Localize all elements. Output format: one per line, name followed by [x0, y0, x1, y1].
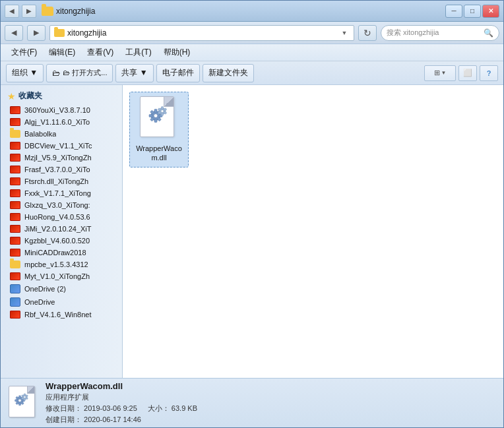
- sidebar-item-text-2: Balabolka: [24, 130, 56, 138]
- sidebar-item-icon-15: [10, 284, 20, 293]
- open-with-button[interactable]: 🗁 🗁 打开方式...: [46, 64, 113, 82]
- sidebar-item-6[interactable]: Ftsrch.dll_XiTongZh: [1, 175, 122, 187]
- sidebar-item-11[interactable]: Kgzbbl_V4.60.0.520: [1, 235, 122, 247]
- sidebar-item-text-12: MiniCADDraw2018: [24, 249, 86, 257]
- email-button[interactable]: 电子邮件: [156, 64, 200, 82]
- sidebar-item-7[interactable]: Fxxk_V1.7.1_XiTong: [1, 187, 122, 199]
- sidebar-item-text-6: Ftsrch.dll_XiTongZh: [24, 177, 88, 185]
- new-folder-button[interactable]: 新建文件夹: [203, 64, 254, 82]
- svg-rect-26: [15, 400, 18, 402]
- sidebar-item-text-11: Kgzbbl_V4.60.0.520: [24, 237, 90, 245]
- nav-back-btn[interactable]: ◀: [5, 5, 19, 18]
- sidebar-item-3[interactable]: DBCView_V1.1_XiTc: [1, 140, 122, 152]
- search-icon[interactable]: 🔍: [484, 28, 493, 38]
- sidebar-item-icon-7: [10, 189, 20, 197]
- close-button[interactable]: ✕: [482, 5, 499, 18]
- address-dropdown-icon[interactable]: ▼: [339, 30, 350, 36]
- address-folder-icon: [54, 29, 65, 37]
- menu-view[interactable]: 查看(V): [82, 46, 119, 59]
- sidebar-item-8[interactable]: Glxzq_V3.0_XiTong:: [1, 199, 122, 211]
- help-button[interactable]: ?: [480, 65, 498, 81]
- svg-rect-2: [154, 109, 157, 113]
- search-placeholder: 搜索 xitongzhijia: [387, 28, 481, 38]
- sidebar-item-text-15: OneDrive (2): [24, 285, 66, 293]
- svg-point-1: [154, 114, 158, 118]
- view-dropdown-icon[interactable]: ▼: [441, 70, 447, 76]
- nav-forward-btn[interactable]: ▶: [22, 5, 36, 18]
- sidebar-item-icon-10: [10, 225, 20, 233]
- sidebar-item-13[interactable]: mpcbe_v1.5.3.4312: [1, 259, 122, 270]
- sidebar-item-icon-9: [10, 213, 20, 221]
- sidebar-item-4[interactable]: MzjI_V5.9_XiTongZh: [1, 152, 122, 164]
- main-content: ★ 收藏夹 360YouXi_V3.8.7.10 Algj_V1.11.6.0_…: [1, 85, 503, 378]
- menu-edit[interactable]: 编辑(E): [44, 46, 80, 59]
- sidebar-item-icon-3: [10, 142, 20, 150]
- menu-tools[interactable]: 工具(T): [120, 46, 156, 59]
- sidebar-item-14[interactable]: Myt_V1.0_XiTongZh: [1, 270, 122, 282]
- sidebar-item-12[interactable]: MiniCADDraw2018: [1, 247, 122, 259]
- open-icon: 🗁: [52, 69, 60, 78]
- svg-point-29: [24, 396, 26, 398]
- sidebar-item-1[interactable]: Algj_V1.11.6.0_XiTo: [1, 116, 122, 128]
- search-box[interactable]: 搜索 xitongzhijia 🔍: [381, 25, 499, 41]
- sidebar: ★ 收藏夹 360YouXi_V3.8.7.10 Algj_V1.11.6.0_…: [1, 85, 123, 378]
- sidebar-item-text-1: Algj_V1.11.6.0_XiTo: [24, 118, 90, 126]
- star-icon: ★: [7, 91, 16, 102]
- status-size: 大小： 63.9 KB: [148, 404, 197, 413]
- dll-gears: [144, 103, 170, 131]
- title-bar: ◀ ▶ xitongzhijia ─ □ ✕: [1, 1, 503, 22]
- sidebar-item-text-7: Fxxk_V1.7.1_XiTong: [24, 189, 91, 197]
- view-mode-button[interactable]: ⬜: [458, 65, 477, 81]
- file-item-wrapperwacom[interactable]: WrapperWacom.dll: [129, 92, 189, 168]
- title-folder-icon: [42, 7, 53, 16]
- sidebar-item-text-9: HuoRong_V4.0.53.6: [24, 213, 90, 221]
- sidebar-item-text-3: DBCView_V1.1_XiTc: [24, 142, 92, 150]
- window-title: xitongzhijia: [56, 7, 95, 16]
- sidebar-item-2[interactable]: Balabolka: [1, 128, 122, 140]
- sidebar-item-icon-1: [10, 118, 20, 126]
- toolbar: 组织 ▼ 🗁 🗁 打开方式... 共享 ▼ 电子邮件 新建文件夹 ⊞ ▼ ⬜ ?: [1, 61, 503, 85]
- organize-button[interactable]: 组织 ▼: [6, 64, 44, 82]
- view-toggle-button[interactable]: ⊞ ▼: [424, 65, 456, 81]
- address-combo[interactable]: xitongzhijia ▼: [49, 25, 354, 41]
- sidebar-item-10[interactable]: JiMi_V2.0.10.24_XiT: [1, 223, 122, 235]
- forward-button[interactable]: ▶: [27, 25, 46, 41]
- svg-point-19: [18, 399, 22, 402]
- sidebar-item-text-8: Glxzq_V3.0_XiTong:: [24, 201, 90, 209]
- share-button[interactable]: 共享 ▼: [115, 64, 153, 82]
- sidebar-item-icon-14: [10, 272, 20, 280]
- sidebar-item-text-16: OneDrive: [24, 298, 55, 306]
- gears-svg: [144, 103, 170, 129]
- title-controls: ─ □ ✕: [445, 5, 499, 18]
- sidebar-item-icon-6: [10, 177, 20, 185]
- minimize-button[interactable]: ─: [445, 5, 462, 18]
- sidebar-item-icon-2: [10, 130, 20, 138]
- sidebar-item-15[interactable]: OneDrive (2): [1, 282, 122, 295]
- menu-file[interactable]: 文件(F): [6, 46, 42, 59]
- sidebar-item-17[interactable]: Rbf_V4.1.6_Win8net: [1, 309, 122, 321]
- sidebar-item-text-4: MzjI_V5.9_XiTongZh: [24, 154, 92, 162]
- sidebar-item-text-14: Myt_V1.0_XiTongZh: [24, 272, 90, 280]
- sidebar-item-icon-11: [10, 237, 20, 245]
- sidebar-item-16[interactable]: OneDrive: [1, 295, 122, 309]
- maximize-button[interactable]: □: [464, 5, 481, 18]
- refresh-button[interactable]: ↻: [358, 25, 377, 41]
- file-label-wrapperwacom: WrapperWacom.dll: [134, 144, 184, 163]
- svg-rect-8: [149, 115, 152, 117]
- status-info: WrapperWacom.dll 应用程序扩展 修改日期： 2019-03-06…: [46, 381, 495, 425]
- view-grid-icon: ⊞: [434, 69, 440, 77]
- toolbar-right: ⊞ ▼ ⬜ ?: [424, 65, 498, 81]
- status-dll-page: [9, 386, 35, 417]
- sidebar-item-icon-12: [10, 249, 20, 257]
- sidebar-item-9[interactable]: HuoRong_V4.0.53.6: [1, 211, 122, 223]
- status-filename: WrapperWacom.dll: [46, 381, 495, 391]
- menu-bar: 文件(F) 编辑(E) 查看(V) 工具(T) 帮助(H): [1, 44, 503, 61]
- sidebar-item-text-5: Frasf_V3.7.0.0_XiTo: [24, 166, 90, 173]
- sidebar-item-5[interactable]: Frasf_V3.7.0.0_XiTo: [1, 164, 122, 175]
- back-button[interactable]: ◀: [5, 25, 23, 41]
- file-area: WrapperWacom.dll: [123, 85, 503, 378]
- menu-help[interactable]: 帮助(H): [158, 46, 196, 59]
- sidebar-item-0[interactable]: 360YouXi_V3.8.7.10: [1, 104, 122, 116]
- favorites-label: 收藏夹: [18, 90, 42, 102]
- svg-rect-15: [162, 113, 164, 116]
